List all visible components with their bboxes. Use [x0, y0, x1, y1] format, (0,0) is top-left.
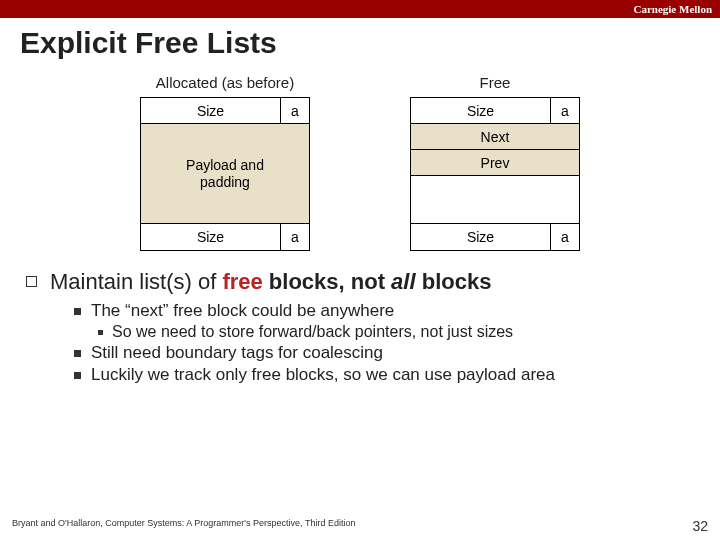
content-area: Maintain list(s) of free blocks, not all… [0, 251, 720, 385]
bullet-icon [26, 276, 37, 287]
sub-item-2-text: Still need boundary tags for coalescing [91, 343, 383, 363]
slide-footer: Bryant and O'Hallaron, Computer Systems:… [0, 518, 720, 534]
free-footer-a: a [551, 224, 579, 250]
allocated-label: Allocated (as before) [156, 74, 294, 91]
sub-bullet-icon [74, 308, 81, 315]
sub-item-2: Still need boundary tags for coalescing [74, 343, 694, 363]
brand-text: Carnegie Mellon [633, 3, 712, 15]
subsub-item-1a-text: So we need to store forward/back pointer… [112, 323, 513, 341]
bullet-emph: free [222, 269, 262, 294]
sub-bullet-icon [74, 350, 81, 357]
sub-item-3-text: Luckily we track only free blocks, so we… [91, 365, 555, 385]
bullet-ital: all [391, 269, 415, 294]
footer-citation: Bryant and O'Hallaron, Computer Systems:… [12, 518, 355, 534]
free-footer-row: Size a [411, 224, 579, 250]
allocated-diagram: Allocated (as before) Size a Payload and… [140, 74, 310, 251]
free-footer-size: Size [411, 224, 551, 250]
sub-item-3: Luckily we track only free blocks, so we… [74, 365, 694, 385]
alloc-payload: Payload and padding [141, 124, 309, 224]
bullet-post: blocks [416, 269, 492, 294]
alloc-header-a: a [281, 98, 309, 123]
free-diagram: Free Size a Next Prev Size a [410, 74, 580, 251]
subsub-bullet-icon [98, 330, 103, 335]
free-prev-row: Prev [411, 150, 579, 176]
free-block: Size a Next Prev Size a [410, 97, 580, 251]
free-next-row: Next [411, 124, 579, 150]
slide-title: Explicit Free Lists [0, 18, 720, 64]
free-label: Free [480, 74, 511, 91]
free-unused [411, 176, 579, 224]
alloc-footer-a: a [281, 224, 309, 250]
sub-bullet-icon [74, 372, 81, 379]
free-header-a: a [551, 98, 579, 123]
free-header-size: Size [411, 98, 551, 123]
sub-item-1-text: The “next” free block could be anywhere [91, 301, 394, 321]
subsub-item-1a: So we need to store forward/back pointer… [98, 323, 694, 341]
main-bullet: Maintain list(s) of free blocks, not all… [26, 269, 694, 295]
allocated-block: Size a Payload and padding Size a [140, 97, 310, 251]
page-number: 32 [692, 518, 708, 534]
bullet-pre: Maintain list(s) of [50, 269, 222, 294]
bullet-mid: blocks, not [263, 269, 391, 294]
alloc-footer-row: Size a [141, 224, 309, 250]
diagram-area: Allocated (as before) Size a Payload and… [0, 74, 720, 251]
alloc-header-size: Size [141, 98, 281, 123]
sub-item-1: The “next” free block could be anywhere [74, 301, 694, 321]
alloc-footer-size: Size [141, 224, 281, 250]
alloc-header-row: Size a [141, 98, 309, 124]
free-header-row: Size a [411, 98, 579, 124]
header-bar: Carnegie Mellon [0, 0, 720, 18]
main-bullet-text: Maintain list(s) of free blocks, not all… [50, 269, 491, 295]
sub-bullet-list: The “next” free block could be anywhere … [74, 301, 694, 385]
